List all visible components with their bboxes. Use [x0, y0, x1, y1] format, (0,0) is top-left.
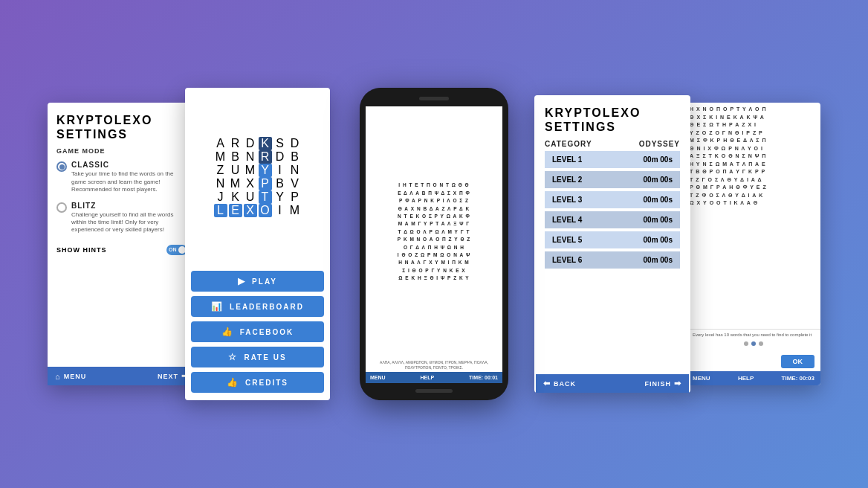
cell-0-3: K — [259, 137, 272, 150]
mode-classic-option[interactable]: CLASSIC Take your time to find the words… — [56, 161, 187, 193]
far-right-time: TIME: 00:03 — [782, 375, 814, 382]
level-4-label: LEVEL 4 — [552, 216, 582, 224]
phone-speaker — [419, 97, 449, 100]
phone-caption: ΑΛΠΑ, ΑΛΛΥΛ, ΑΝΘΡΩΠΟΝ, ΘΥΜΟΝ, ΙΤΡΟΝ, ΜΕΡ… — [366, 358, 502, 372]
rate-icon: ☆ — [228, 352, 238, 362]
cell-1-1: B — [229, 150, 242, 164]
facebook-label: FACEBOOK — [240, 328, 294, 336]
level-6-time: 00m 00s — [644, 256, 673, 264]
level-5-label: LEVEL 5 — [552, 236, 582, 244]
menu-buttons: ▶ PLAY 📊 LEADERBOARD 👍 FACEBOOK ☆ RATE U… — [185, 266, 330, 400]
game-mode-label: GAME MODE — [56, 147, 187, 155]
phone-nav-bar: MENU HELP TIME: 00:01 — [366, 372, 502, 383]
grid-row-4: J K U T Y P — [214, 190, 302, 204]
cell-4-4: Y — [273, 190, 287, 204]
cell-3-0: N — [214, 177, 227, 190]
grid-row-1: M B N R D B — [214, 150, 302, 164]
cell-5-1: E — [229, 204, 242, 217]
far-right-menu[interactable]: MENU — [693, 375, 710, 382]
credits-icon: 👍 — [227, 377, 239, 388]
level-5-time: 00m 00s — [644, 236, 673, 244]
classic-label: CLASSIC — [71, 161, 187, 169]
next-button[interactable]: NEXT ➡ — [158, 371, 189, 381]
radio-classic[interactable] — [56, 161, 67, 172]
level-row-1[interactable]: LEVEL 1 00m 00s — [545, 151, 680, 168]
cell-3-5: V — [288, 177, 302, 190]
finish-label: FINISH — [644, 380, 671, 388]
cell-2-4: I — [273, 164, 287, 177]
far-right-grid-text: Η Χ Ν Ο Π Ο Ρ Τ Υ Λ Ο Π Θ Χ Σ Κ Ι Ν Ε Κ … — [690, 106, 817, 208]
cell-5-4: I — [273, 204, 287, 217]
rate-button[interactable]: ☆ RATE US — [191, 347, 324, 367]
grid-row-3: N M X P B V — [214, 177, 302, 190]
phone-menu[interactable]: MENU — [370, 375, 386, 380]
facebook-button[interactable]: 👍 FACEBOOK — [191, 321, 324, 342]
credits-button[interactable]: 👍 CREDITS — [191, 372, 324, 393]
cell-0-1: R — [229, 137, 242, 150]
cell-3-4: B — [273, 177, 287, 190]
play-icon: ▶ — [238, 276, 246, 286]
levels-list: LEVEL 1 00m 00s LEVEL 2 00m 00s LEVEL 3 … — [545, 151, 680, 272]
play-button[interactable]: ▶ PLAY — [191, 271, 324, 292]
cell-4-0: J — [214, 190, 227, 204]
levels-header: CATEGORY ODYSSEY — [545, 140, 680, 148]
level-1-label: LEVEL 1 — [552, 155, 582, 164]
grid-row-2: Z U M Y I N — [214, 164, 302, 177]
cell-2-2: M — [244, 164, 257, 177]
far-right-help[interactable]: HELP — [738, 375, 754, 382]
far-right-bottom-text: Every level has 10 words that you need t… — [687, 329, 820, 352]
cell-4-3: T — [259, 190, 272, 204]
center-phone: Ι Η Τ Ε Τ Π Ο Ν Τ Ω Θ Θ Ε Δ Λ Α Β Π Ψ Δ … — [360, 88, 508, 400]
mode-blitz-option[interactable]: BLITZ Challenge yourself to find all the… — [56, 202, 187, 234]
classic-desc: Take your time to find the words on the … — [71, 170, 187, 193]
leaderboard-icon: 📊 — [211, 301, 224, 312]
level-6-label: LEVEL 6 — [552, 256, 582, 264]
leaderboard-label: LEADERBOARD — [230, 303, 304, 311]
blitz-label: BLITZ — [71, 202, 187, 210]
play-label: PLAY — [252, 277, 277, 286]
cell-1-0: M — [214, 150, 227, 164]
settings-title-right: KRYPTOLEXO SETTINGS — [545, 106, 680, 134]
cell-1-4: D — [273, 150, 287, 164]
finish-icon: ➡ — [674, 379, 681, 388]
back-button[interactable]: ⬅ BACK — [543, 379, 576, 388]
radio-blitz[interactable] — [56, 202, 67, 213]
cell-5-3: O — [259, 204, 272, 217]
cell-4-1: K — [229, 190, 242, 204]
phone-home-bar — [415, 389, 453, 393]
settings-card-left: KRYPTOLEXO SETTINGS GAME MODE CLASSIC Ta… — [48, 103, 196, 385]
phone-help[interactable]: HELP — [421, 375, 435, 380]
cell-1-5: B — [288, 150, 302, 164]
dot-1 — [744, 341, 748, 346]
settings-nav-bar-right: ⬅ BACK FINISH ➡ — [536, 374, 689, 393]
level-4-time: 00m 00s — [644, 216, 673, 224]
cell-3-1: M — [229, 177, 242, 190]
menu-button-left[interactable]: ⌂ MENU — [55, 372, 86, 381]
level-row-2[interactable]: LEVEL 2 00m 00s — [545, 171, 680, 188]
cell-3-2: X — [244, 177, 257, 190]
leaderboard-button[interactable]: 📊 LEADERBOARD — [191, 296, 324, 317]
ok-button[interactable]: OK — [781, 355, 815, 368]
odyssey-label: ODYSSEY — [639, 140, 680, 148]
level-2-label: LEVEL 2 — [552, 176, 582, 184]
level-row-6[interactable]: LEVEL 6 00m 00s — [545, 251, 680, 269]
far-right-nav-bar: MENU HELP TIME: 00:03 — [687, 371, 820, 385]
level-row-5[interactable]: LEVEL 5 00m 00s — [545, 231, 680, 248]
rate-label: RATE US — [244, 353, 286, 362]
phone-grid-area: Ι Η Τ Ε Τ Π Ο Ν Τ Ω Θ Θ Ε Δ Λ Α Β Π Ψ Δ … — [366, 106, 502, 358]
cell-4-2: U — [244, 190, 257, 204]
level-1-time: 00m 00s — [644, 155, 673, 164]
level-2-time: 00m 00s — [644, 176, 673, 184]
level-row-4[interactable]: LEVEL 4 00m 00s — [545, 211, 680, 228]
cell-5-0: L — [214, 204, 227, 217]
back-label: BACK — [554, 380, 576, 388]
cell-2-1: U — [229, 164, 242, 177]
dot-3 — [759, 341, 763, 346]
toggle-text: ON — [169, 247, 177, 252]
hints-toggle[interactable]: ON — [166, 245, 187, 255]
level-row-3[interactable]: LEVEL 3 00m 00s — [545, 191, 680, 208]
hints-label: SHOW HINTS — [56, 246, 107, 254]
home-icon: ⌂ — [55, 372, 61, 381]
finish-button[interactable]: FINISH ➡ — [644, 379, 681, 388]
level-3-time: 00m 00s — [644, 196, 673, 204]
